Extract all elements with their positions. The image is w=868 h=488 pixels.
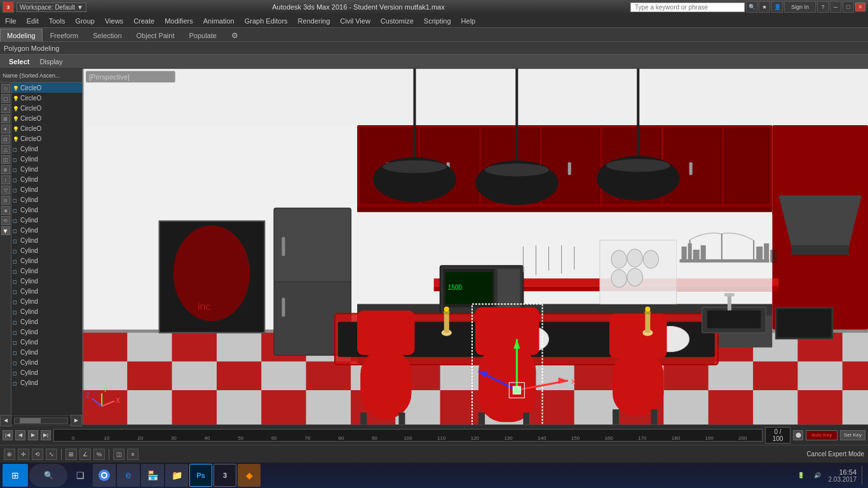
rotate-icon[interactable]: ⟲: [32, 449, 43, 460]
workspace-selector[interactable]: Workspace: Default ▼: [17, 3, 86, 12]
menu-animation[interactable]: Animation: [198, 14, 240, 28]
scene-item[interactable]: ◻Cylind: [11, 205, 82, 215]
sub-tab-display[interactable]: Display: [34, 57, 67, 67]
menu-create[interactable]: Create: [128, 14, 159, 28]
scene-item[interactable]: ◻Cylind: [11, 154, 82, 164]
3dsmax-taskbar-icon[interactable]: 3: [214, 464, 236, 487]
menu-views[interactable]: Views: [100, 14, 128, 28]
scene-item[interactable]: ◻Cylind: [11, 194, 82, 205]
menu-modifiers[interactable]: Modifiers: [159, 14, 198, 28]
tab-modeling[interactable]: Modeling: [0, 29, 43, 41]
menu-graph-editors[interactable]: Graph Editors: [240, 14, 293, 28]
scene-item[interactable]: ◻Cylind: [11, 377, 82, 388]
vtb-icon-3[interactable]: ≡: [1, 104, 10, 113]
scale-icon[interactable]: ⤡: [46, 449, 57, 460]
vtb-icon-scroll[interactable]: ▼: [1, 226, 10, 235]
scene-item[interactable]: ◻Cylind: [11, 245, 82, 255]
scene-item[interactable]: ◻Cylind: [11, 215, 82, 225]
scene-item[interactable]: ◻Cylind: [11, 164, 82, 174]
scene-item[interactable]: ◻Cylind: [11, 316, 82, 327]
bookmark-icon[interactable]: ★: [759, 1, 770, 13]
menu-help[interactable]: Help: [456, 14, 481, 28]
vtb-icon-5[interactable]: ✦: [1, 125, 10, 133]
edge-icon[interactable]: e: [117, 464, 140, 487]
tab-settings[interactable]: ⚙: [224, 29, 245, 41]
scene-item[interactable]: 💡CircleO: [11, 133, 82, 144]
menu-rendering[interactable]: Rendering: [293, 14, 336, 28]
scene-item[interactable]: 💡CircleO: [11, 103, 82, 113]
scene-item[interactable]: ◻Cylind: [11, 357, 82, 367]
cancel-expert-mode[interactable]: Cancel Expert Mode: [806, 451, 864, 458]
scene-item[interactable]: 💡CircleO: [11, 93, 82, 103]
menu-edit[interactable]: Edit: [22, 14, 44, 28]
vtb-icon-14[interactable]: ⟲: [1, 216, 10, 225]
tab-freeform[interactable]: Freeform: [43, 29, 86, 41]
menu-scripting[interactable]: Scripting: [419, 14, 456, 28]
scene-item[interactable]: 💡CircleO: [11, 113, 82, 123]
sign-in-button[interactable]: Sign In: [784, 1, 816, 13]
scene-item[interactable]: ◻Cylind: [11, 306, 82, 316]
search-taskbar-icon[interactable]: 🔍: [29, 464, 67, 487]
viewport[interactable]: inc 1500: [83, 69, 868, 424]
vtb-icon-7[interactable]: △: [1, 145, 10, 154]
scene-item[interactable]: ◻Cylind: [11, 296, 82, 306]
frame-counter[interactable]: 0 / 100: [765, 427, 790, 444]
scene-item[interactable]: 💡CircleO: [11, 83, 82, 93]
app-icon[interactable]: 3: [3, 1, 14, 13]
start-button[interactable]: ⊞: [3, 464, 28, 487]
auto-key-button[interactable]: Auto Key: [806, 430, 837, 440]
chrome-icon[interactable]: [93, 464, 116, 487]
tab-populate[interactable]: Populate: [182, 29, 223, 41]
vtb-icon-8[interactable]: ◫: [1, 155, 10, 164]
mirror-icon[interactable]: ◫: [113, 449, 125, 460]
volume-icon[interactable]: 🔊: [812, 470, 824, 481]
minimize-button[interactable]: ─: [830, 1, 841, 13]
user-icon[interactable]: 👤: [771, 1, 783, 13]
tab-object-paint[interactable]: Object Paint: [130, 29, 182, 41]
scene-item[interactable]: ◻Cylind: [11, 337, 82, 347]
scene-item[interactable]: ◻Cylind: [11, 235, 82, 245]
vtb-icon-9[interactable]: ⊕: [1, 165, 10, 174]
scene-item[interactable]: ◻Cylind: [11, 184, 82, 194]
vtb-icon-2[interactable]: ▢: [1, 94, 10, 103]
show-desktop-icon[interactable]: [862, 466, 865, 485]
vtb-icon-6[interactable]: ⊡: [1, 135, 10, 144]
next-frame-button[interactable]: ▶|: [41, 430, 51, 440]
scene-item[interactable]: ◻Cylind: [11, 266, 82, 276]
scene-item[interactable]: ◻Cylind: [11, 255, 82, 266]
scene-item[interactable]: ◻Cylind: [11, 286, 82, 296]
play-button[interactable]: ▶: [28, 430, 38, 440]
menu-file[interactable]: File: [0, 14, 22, 28]
go-start-button[interactable]: |◀: [3, 430, 13, 440]
scene-item[interactable]: ◻Cylind: [11, 367, 82, 377]
menu-civil-view[interactable]: Civil View: [335, 14, 375, 28]
menu-group[interactable]: Group: [70, 14, 100, 28]
vtb-icon-1[interactable]: ◇: [1, 84, 10, 93]
angle-snap-icon[interactable]: ∠: [79, 449, 91, 460]
vtb-icon-11[interactable]: ▽: [1, 186, 10, 194]
scroll-right-btn[interactable]: ▶: [71, 415, 82, 426]
scene-item[interactable]: ◻Cylind: [11, 174, 82, 184]
scene-item[interactable]: ◻Cylind: [11, 347, 82, 357]
store-icon[interactable]: 🏪: [141, 464, 164, 487]
scene-list[interactable]: 💡CircleO💡CircleO💡CircleO💡CircleO💡CircleO…: [11, 83, 82, 416]
scene-item[interactable]: 💡CircleO: [11, 123, 82, 133]
scene-item[interactable]: ◻Cylind: [11, 276, 82, 286]
scene-item[interactable]: ◻Cylind: [11, 327, 82, 337]
set-key-button[interactable]: Set Key: [840, 430, 865, 440]
tab-selection[interactable]: Selection: [86, 29, 128, 41]
scene-bottom-scroll[interactable]: ◀ ▶: [0, 416, 82, 424]
align-icon[interactable]: ≡: [127, 449, 139, 460]
prev-frame-button[interactable]: ◀: [15, 430, 25, 440]
vtb-icon-13[interactable]: ◈: [1, 206, 10, 215]
task-view-icon[interactable]: ❑: [69, 464, 92, 487]
file-explorer-icon[interactable]: 📁: [165, 464, 188, 487]
timeline-track[interactable]: 0 10 20 30 40 50 60 70 80 90 100 110 120…: [53, 429, 763, 442]
unknown-app-icon[interactable]: ◆: [238, 464, 261, 487]
menu-customize[interactable]: Customize: [376, 14, 419, 28]
snap-icon[interactable]: ⊞: [65, 449, 77, 460]
close-button[interactable]: ✕: [855, 3, 865, 11]
select-icon[interactable]: ⊕: [4, 449, 15, 460]
photoshop-icon[interactable]: Ps: [189, 464, 212, 487]
sub-tab-select[interactable]: Select: [4, 57, 34, 67]
